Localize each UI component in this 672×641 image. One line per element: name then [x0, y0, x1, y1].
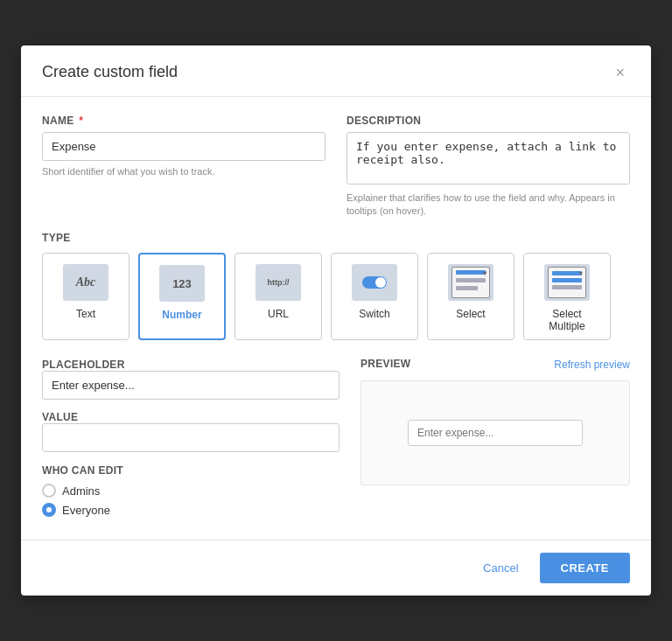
- who-can-edit-section: Who can edit Admins Everyone: [42, 464, 340, 517]
- type-url-label: URL: [268, 308, 289, 320]
- preview-label: Preview: [360, 358, 410, 370]
- text-type-icon: Abc: [63, 264, 108, 301]
- lower-row: Placeholder Value Who can edit Admins Ev…: [42, 358, 630, 522]
- refresh-preview-link[interactable]: Refresh preview: [554, 359, 630, 371]
- everyone-label: Everyone: [62, 504, 110, 517]
- admins-radio[interactable]: [42, 484, 56, 498]
- lower-right: Preview Refresh preview: [360, 358, 630, 522]
- number-type-icon: 123: [159, 265, 205, 302]
- who-can-edit-label: Who can edit: [42, 464, 340, 477]
- type-text-label: Text: [76, 308, 95, 320]
- radio-everyone[interactable]: Everyone: [42, 503, 340, 517]
- type-card-text[interactable]: Abc Text: [42, 253, 130, 340]
- description-input[interactable]: If you enter expense, attach a link to r…: [346, 132, 630, 185]
- modal-body: Name * Short identifier of what you wish…: [21, 97, 651, 540]
- placeholder-label: Placeholder: [42, 359, 125, 371]
- cancel-button[interactable]: Cancel: [472, 554, 528, 582]
- radio-admins[interactable]: Admins: [42, 484, 340, 498]
- type-card-select-multiple[interactable]: ▾ Select Multiple: [523, 253, 611, 340]
- url-type-icon: http://: [256, 264, 301, 301]
- type-card-url[interactable]: http:// URL: [234, 253, 322, 340]
- modal: Create custom field × Name * Short ident…: [21, 45, 651, 596]
- placeholder-input[interactable]: [42, 371, 340, 400]
- description-col: Description If you enter expense, attach…: [346, 115, 630, 219]
- type-select-multiple-label: Select Multiple: [533, 308, 601, 332]
- value-input[interactable]: [42, 423, 340, 452]
- select-multiple-type-icon: ▾: [544, 264, 590, 301]
- name-input[interactable]: [42, 132, 326, 161]
- modal-title: Create custom field: [42, 63, 178, 81]
- type-switch-label: Switch: [359, 308, 389, 320]
- switch-type-icon: [352, 264, 397, 301]
- name-col: Name * Short identifier of what you wish…: [42, 115, 326, 219]
- type-select-label: Select: [456, 308, 485, 320]
- type-options: Abc Text 123 Number http://: [42, 253, 630, 340]
- type-card-number[interactable]: 123 Number: [138, 253, 226, 340]
- type-label: Type: [42, 232, 630, 244]
- select-type-icon: ▾: [448, 264, 494, 301]
- required-star: *: [76, 115, 84, 127]
- name-description-row: Name * Short identifier of what you wish…: [42, 115, 630, 219]
- preview-area: [360, 380, 630, 485]
- type-section: Type Abc Text 123 Number: [42, 232, 630, 340]
- modal-overlay: Create custom field × Name * Short ident…: [0, 0, 672, 641]
- preview-input: [408, 420, 583, 446]
- create-button[interactable]: CREATE: [540, 553, 630, 583]
- description-hint: Explainer that clarifies how to use the …: [346, 192, 630, 219]
- type-card-select[interactable]: ▾ Select: [427, 253, 514, 340]
- description-label: Description: [346, 115, 630, 127]
- modal-header: Create custom field ×: [21, 45, 651, 97]
- close-button[interactable]: ×: [610, 63, 630, 82]
- modal-footer: Cancel CREATE: [21, 540, 651, 596]
- everyone-radio[interactable]: [42, 503, 56, 517]
- lower-left: Placeholder Value Who can edit Admins Ev…: [42, 358, 340, 522]
- value-label: Value: [42, 411, 78, 423]
- name-hint: Short identifier of what you wish to tra…: [42, 165, 326, 178]
- name-label: Name *: [42, 115, 326, 127]
- type-number-label: Number: [162, 309, 201, 321]
- admins-label: Admins: [62, 484, 100, 498]
- type-card-switch[interactable]: Switch: [331, 253, 418, 340]
